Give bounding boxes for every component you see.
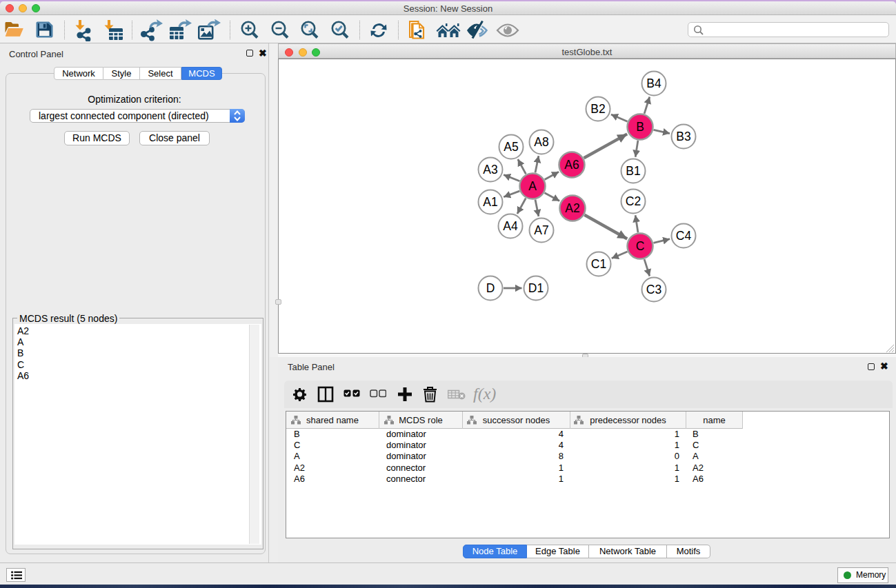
svg-text:D1: D1 (528, 281, 544, 295)
svg-text:D: D (486, 281, 495, 295)
svg-text:B1: B1 (626, 164, 640, 178)
svg-text:A8: A8 (534, 135, 548, 149)
svg-text:C3: C3 (646, 283, 661, 296)
svg-text:B4: B4 (646, 77, 661, 90)
svg-text:A3: A3 (483, 163, 497, 176)
svg-text:C1: C1 (591, 257, 606, 271)
svg-text:A7: A7 (534, 223, 548, 237)
svg-text:B2: B2 (590, 102, 605, 116)
svg-text:A1: A1 (483, 195, 497, 209)
svg-text:A2: A2 (565, 201, 579, 215)
svg-text:C: C (636, 239, 645, 253)
svg-text:C2: C2 (626, 194, 641, 208)
svg-text:A5: A5 (504, 140, 518, 154)
svg-text:A: A (528, 179, 537, 193)
svg-text:B: B (636, 120, 644, 134)
svg-text:A4: A4 (503, 219, 518, 233)
svg-text:C4: C4 (676, 229, 692, 243)
svg-text:A6: A6 (564, 158, 579, 172)
svg-text:B3: B3 (676, 130, 690, 143)
